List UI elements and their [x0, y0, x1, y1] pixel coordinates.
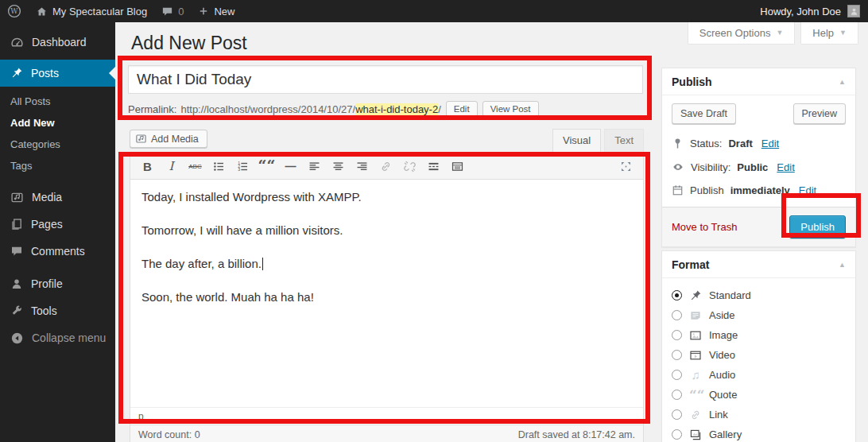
- publish-panel-title: Publish: [672, 76, 712, 88]
- editor-content[interactable]: Today, I installed Wordpress with XAMPP.…: [130, 180, 643, 407]
- format-option-aside[interactable]: Aside: [672, 305, 846, 325]
- collapse-toggle-icon[interactable]: ▲: [839, 261, 846, 269]
- publish-panel-header[interactable]: Publish ▲: [662, 68, 855, 95]
- bulleted-list-button[interactable]: [209, 157, 229, 176]
- numbered-list-button[interactable]: 123: [233, 157, 253, 176]
- radio-standard[interactable]: [672, 290, 682, 300]
- blockquote-button[interactable]: ““: [257, 157, 277, 176]
- publish-minor-actions: Save Draft Preview: [672, 103, 846, 124]
- visibility-row: Visibility: Public Edit: [672, 155, 846, 179]
- radio-link[interactable]: [672, 409, 682, 420]
- sidebar-item-profile[interactable]: Profile: [0, 270, 115, 297]
- view-post-button[interactable]: View Post: [482, 101, 539, 117]
- align-center-icon: [331, 160, 345, 173]
- profile-icon: [10, 277, 23, 290]
- sidebar-item-all-posts[interactable]: All Posts: [0, 91, 115, 112]
- tab-visual[interactable]: Visual: [552, 129, 601, 153]
- strikethrough-icon: ABC: [188, 163, 201, 170]
- collapse-toggle-icon[interactable]: ▲: [839, 78, 846, 86]
- add-media-button[interactable]: Add Media: [130, 130, 207, 148]
- toolbar-toggle-button[interactable]: [448, 157, 467, 176]
- sidebar-item-posts[interactable]: Posts: [0, 60, 115, 87]
- page-title: Add New Post: [131, 33, 247, 54]
- format-option-audio[interactable]: ♫ Audio: [672, 365, 846, 385]
- preview-button[interactable]: Preview: [793, 103, 846, 124]
- distraction-free-button[interactable]: [616, 157, 636, 176]
- align-left-button[interactable]: [304, 157, 324, 176]
- comment-bubble-icon: [161, 6, 173, 17]
- blockquote-icon: ““: [258, 161, 276, 171]
- format-option-gallery[interactable]: Gallery: [672, 425, 846, 442]
- add-media-icon: [135, 133, 147, 145]
- italic-button[interactable]: I: [161, 157, 181, 176]
- radio-video[interactable]: [672, 350, 682, 360]
- edit-permalink-button[interactable]: Edit: [446, 101, 478, 117]
- new-content-menu[interactable]: New: [191, 0, 242, 22]
- screen-options-label: Screen Options: [699, 27, 771, 39]
- dashboard-icon: [10, 36, 24, 49]
- insert-link-button[interactable]: [376, 157, 396, 176]
- publish-panel: Publish ▲ Save Draft Preview Status: Dra…: [661, 68, 856, 247]
- edit-schedule-link[interactable]: Edit: [799, 184, 816, 196]
- horizontal-rule-icon: —: [285, 160, 296, 173]
- help-tab[interactable]: Help ▼: [800, 22, 858, 45]
- sidebar-item-dashboard[interactable]: Dashboard: [0, 29, 115, 56]
- edit-visibility-link[interactable]: Edit: [777, 161, 794, 173]
- chevron-down-icon: ▼: [776, 29, 783, 37]
- radio-quote[interactable]: [672, 390, 682, 400]
- format-option-quote[interactable]: ““ Quote: [672, 385, 846, 405]
- save-draft-button[interactable]: Save Draft: [672, 103, 736, 124]
- bold-button[interactable]: B: [138, 157, 157, 176]
- edit-status-link[interactable]: Edit: [761, 138, 779, 149]
- format-audio-icon: ♫: [689, 368, 702, 382]
- sidebar-item-media[interactable]: Media: [0, 184, 115, 211]
- sidebar-item-collapse-menu[interactable]: Collapse menu: [0, 324, 115, 351]
- permalink-slug[interactable]: what-i-did-today-2: [355, 103, 438, 115]
- publish-button[interactable]: Publish: [789, 215, 846, 238]
- screen-options-tab[interactable]: Screen Options ▼: [688, 22, 796, 45]
- sidebar-item-label: Tools: [31, 304, 57, 317]
- horizontal-rule-button[interactable]: —: [281, 157, 300, 176]
- site-name-link[interactable]: My Spectacular Blog: [29, 0, 154, 22]
- site-name-label: My Spectacular Blog: [52, 6, 147, 17]
- insert-more-tag-button[interactable]: [424, 157, 444, 176]
- bold-icon: B: [143, 160, 152, 173]
- sidebar-item-categories[interactable]: Categories: [0, 134, 115, 155]
- help-label: Help: [812, 27, 834, 39]
- format-option-video[interactable]: Video: [672, 345, 846, 365]
- new-label: New: [214, 6, 234, 17]
- sidebar-item-comments[interactable]: Comments: [0, 238, 115, 265]
- paragraph-text: The day after, a billion.: [141, 257, 262, 270]
- align-right-button[interactable]: [352, 157, 372, 176]
- fullscreen-icon: [619, 160, 633, 173]
- publish-panel-body: Save Draft Preview Status: Draft Edit Vi…: [662, 95, 855, 207]
- format-panel: Format ▲ Standard Aside Image V: [661, 250, 856, 442]
- element-path[interactable]: p: [138, 411, 144, 422]
- user-avatar-icon: [850, 7, 858, 16]
- radio-aside[interactable]: [672, 310, 682, 320]
- sidebar-item-tags[interactable]: Tags: [0, 155, 115, 176]
- sidebar-item-tools[interactable]: Tools: [0, 297, 115, 324]
- radio-image[interactable]: [672, 330, 682, 340]
- strikethrough-button[interactable]: ABC: [185, 157, 205, 176]
- format-option-image[interactable]: Image: [672, 325, 846, 345]
- radio-gallery[interactable]: [672, 429, 682, 440]
- paragraph-text: Tomorrow, I will have a million visitors…: [141, 223, 343, 237]
- sidebar-item-label: Comments: [31, 245, 85, 258]
- format-option-link[interactable]: Link: [672, 405, 846, 425]
- post-title-input[interactable]: [128, 65, 643, 94]
- tab-text[interactable]: Text: [604, 129, 644, 153]
- wordpress-admin-screen: W My Spectacular Blog 0 New Howdy, John …: [0, 0, 868, 442]
- remove-link-button[interactable]: [400, 157, 420, 176]
- move-to-trash-link[interactable]: Move to Trash: [672, 221, 737, 233]
- sidebar-item-add-new[interactable]: Add New: [0, 112, 115, 134]
- align-center-button[interactable]: [328, 157, 348, 176]
- comments-bubble[interactable]: 0: [154, 0, 191, 22]
- format-option-standard[interactable]: Standard: [672, 285, 846, 305]
- radio-audio[interactable]: [672, 370, 682, 380]
- wordpress-logo-menu[interactable]: W: [0, 0, 29, 22]
- format-panel-header[interactable]: Format ▲: [662, 251, 855, 278]
- sidebar-item-pages[interactable]: Pages: [0, 211, 115, 238]
- schedule-value: immediately: [730, 184, 790, 196]
- account-menu[interactable]: Howdy, John Doe: [760, 5, 868, 17]
